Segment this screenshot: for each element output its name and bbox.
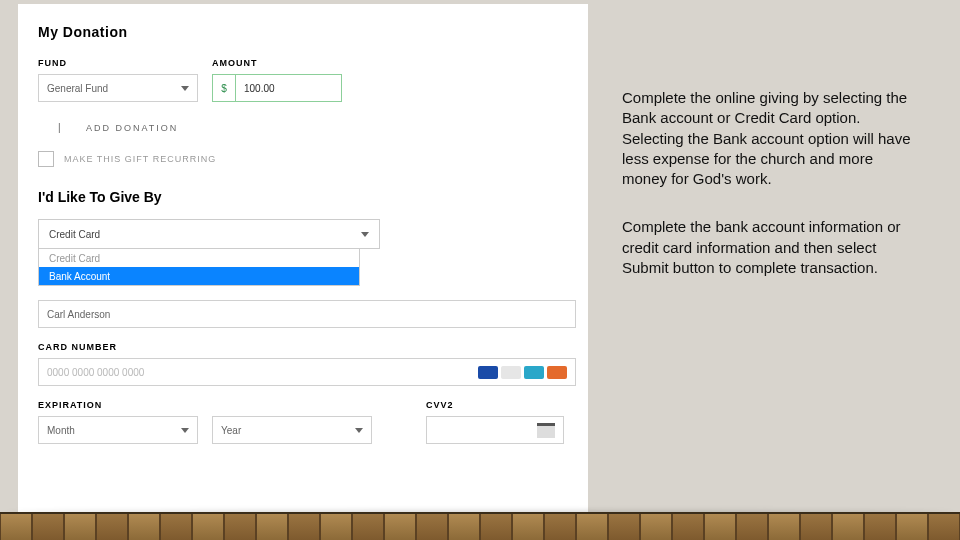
visa-icon [478, 366, 498, 379]
amount-input-wrap[interactable]: $ 100.00 [212, 74, 342, 102]
amex-icon [524, 366, 544, 379]
give-by-title: I'd Like To Give By [38, 189, 568, 205]
payment-method-select[interactable]: Credit Card [38, 219, 380, 249]
instruction-paragraph-2: Complete the bank account information or… [622, 217, 922, 278]
amount-label: AMOUNT [212, 58, 342, 68]
amount-group: AMOUNT $ 100.00 [212, 58, 342, 102]
payment-option-credit-card[interactable]: Credit Card [39, 249, 359, 267]
expiration-row: EXPIRATION Month Year CVV2 [38, 400, 568, 444]
chevron-down-icon [355, 428, 363, 433]
mastercard-icon [547, 366, 567, 379]
recurring-checkbox[interactable] [38, 151, 54, 167]
chevron-down-icon [181, 428, 189, 433]
card-number-section: CARD NUMBER 0000 0000 0000 0000 [38, 342, 568, 386]
card-number-input[interactable]: 0000 0000 0000 0000 [38, 358, 576, 386]
add-donation-label: ADD DONATION [86, 123, 178, 133]
instruction-paragraph-1: Complete the online giving by selecting … [622, 88, 922, 189]
payment-selected: Credit Card [49, 229, 100, 240]
page-title: My Donation [38, 24, 568, 40]
expiration-year-group: Year [212, 400, 372, 444]
name-value: Carl Anderson [47, 309, 110, 320]
fund-group: FUND General Fund [38, 58, 198, 102]
donation-form-card: My Donation FUND General Fund AMOUNT $ 1… [18, 4, 588, 514]
chevron-down-icon [361, 232, 369, 237]
cvv-label: CVV2 [426, 400, 564, 410]
recurring-row[interactable]: MAKE THIS GIFT RECURRING [38, 151, 568, 167]
expiration-group: EXPIRATION Month [38, 400, 198, 444]
wood-floor [0, 512, 960, 540]
card-number-label: CARD NUMBER [38, 342, 568, 352]
discover-icon [501, 366, 521, 379]
fund-select[interactable]: General Fund [38, 74, 198, 102]
spacer-label [212, 400, 372, 410]
fund-amount-row: FUND General Fund AMOUNT $ 100.00 [38, 58, 568, 102]
expiration-label: EXPIRATION [38, 400, 198, 410]
fund-label: FUND [38, 58, 198, 68]
add-donation-button[interactable]: | ADD DONATION [58, 122, 568, 133]
fund-value: General Fund [47, 83, 108, 94]
payment-dropdown: Credit Card Bank Account [38, 249, 360, 286]
card-number-placeholder: 0000 0000 0000 0000 [47, 367, 144, 378]
cvv-group: CVV2 [426, 400, 564, 444]
add-icon: | [58, 122, 68, 133]
payment-option-bank-account[interactable]: Bank Account [39, 267, 359, 285]
card-brand-icons [478, 366, 567, 379]
cvv-card-icon [537, 423, 555, 438]
name-input[interactable]: Carl Anderson [38, 300, 576, 328]
cvv-input[interactable] [426, 416, 564, 444]
expiration-month-select[interactable]: Month [38, 416, 198, 444]
expiration-month-value: Month [47, 425, 75, 436]
amount-input[interactable]: 100.00 [235, 74, 342, 102]
expiration-year-value: Year [221, 425, 241, 436]
instructions-panel: Complete the online giving by selecting … [622, 88, 922, 278]
currency-prefix: $ [212, 74, 235, 102]
recurring-label: MAKE THIS GIFT RECURRING [64, 154, 216, 164]
expiration-year-select[interactable]: Year [212, 416, 372, 444]
chevron-down-icon [181, 86, 189, 91]
